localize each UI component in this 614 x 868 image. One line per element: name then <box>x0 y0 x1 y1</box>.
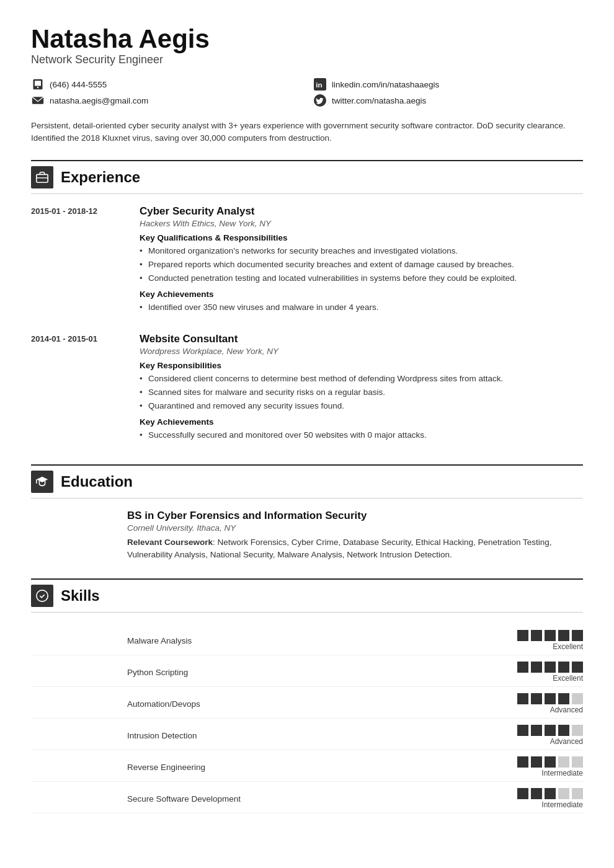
phone-text: (646) 444-5555 <box>50 80 107 89</box>
skill-dot-filled <box>517 630 528 641</box>
list-item: Prepared reports which documented securi… <box>140 259 583 271</box>
skills-title: Skills <box>61 587 100 604</box>
linkedin-text: linkedin.com/in/natashaaegis <box>332 80 439 89</box>
job-1-qualifications: Monitored organization's networks for se… <box>140 245 583 285</box>
skill-level-label: Intermediate <box>541 800 583 809</box>
list-item: Monitored organization's networks for se… <box>140 245 583 257</box>
skill-dot-filled <box>531 725 542 736</box>
skill-dot-filled <box>531 756 542 768</box>
skill-row: Reverse EngineeringIntermediate <box>31 750 583 782</box>
skill-rating-block: Advanced <box>517 693 583 714</box>
skill-dot-filled <box>572 630 583 641</box>
list-item: Identified over 350 new viruses and malw… <box>140 301 583 314</box>
experience-section: Experience 2015-01 - 2018-12 Cyber Secur… <box>31 160 583 447</box>
skill-level-label: Excellent <box>553 642 583 651</box>
skill-row: Secure Software DevelopmentIntermediate <box>31 782 583 813</box>
skill-dot-filled <box>545 788 556 799</box>
skills-icon <box>31 585 53 607</box>
job-1-dates: 2015-01 - 2018-12 <box>31 205 127 319</box>
skill-row: Python ScriptingExcellent <box>31 655 583 687</box>
list-item: Scanned sites for malware and security r… <box>140 386 583 399</box>
skill-dot-filled <box>545 725 556 736</box>
skill-name: Intrusion Detection <box>127 731 517 740</box>
skill-name: Secure Software Development <box>127 794 517 804</box>
skill-dot-filled <box>531 662 542 673</box>
experience-header: Experience <box>31 160 583 194</box>
job-2-company: Wordpress Workplace, New York, NY <box>140 347 583 356</box>
skill-name: Malware Analysis <box>127 636 517 645</box>
skill-dots <box>517 788 583 799</box>
job-2: 2014-01 - 2015-01 Website Consultant Wor… <box>31 333 583 447</box>
twitter-text: twitter.com/natasha.aegis <box>332 96 426 105</box>
job-1-achieve-heading: Key Achievements <box>140 290 583 299</box>
skill-dot-filled <box>558 630 569 641</box>
job-1-company: Hackers With Ethics, New York, NY <box>140 219 583 228</box>
job-1-details: Cyber Security Analyst Hackers With Ethi… <box>140 205 583 319</box>
coursework-label: Relevant Coursework <box>127 538 213 547</box>
job-1-achievements: Identified over 350 new viruses and malw… <box>140 301 583 314</box>
contact-twitter: twitter.com/natasha.aegis <box>313 94 583 107</box>
education-section: Education BS in Cyber Forensics and Info… <box>31 464 583 562</box>
job-2-dates: 2014-01 - 2015-01 <box>31 333 127 447</box>
skill-dot-filled <box>531 630 542 641</box>
linkedin-icon: in <box>313 78 327 91</box>
skills-list: Malware AnalysisExcellentPython Scriptin… <box>31 624 583 813</box>
candidate-name: Natasha Aegis <box>31 25 583 53</box>
job-2-title: Website Consultant <box>140 333 583 345</box>
skill-name: Python Scripting <box>127 668 517 677</box>
skill-dot-empty <box>558 788 569 799</box>
contact-section: (646) 444-5555 in linkedin.com/in/natash… <box>31 78 583 107</box>
skill-dot-filled <box>517 662 528 673</box>
skill-dot-filled <box>545 693 556 704</box>
degree-title: BS in Cyber Forensics and Information Se… <box>127 510 583 522</box>
experience-title: Experience <box>61 169 140 186</box>
skill-dot-filled <box>572 662 583 673</box>
skill-dot-empty <box>572 693 583 704</box>
skill-dot-filled <box>545 630 556 641</box>
summary-text: Persistent, detail-oriented cyber securi… <box>31 120 583 145</box>
skill-rating-block: Intermediate <box>517 788 583 809</box>
email-icon <box>31 94 45 107</box>
list-item: Quarantined and removed any security iss… <box>140 400 583 412</box>
skill-dot-empty <box>572 756 583 768</box>
experience-icon <box>31 166 53 188</box>
svg-rect-1 <box>35 81 41 86</box>
job-2-details: Website Consultant Wordpress Workplace, … <box>140 333 583 447</box>
skill-name: Automation/Devops <box>127 699 517 709</box>
skill-name: Reverse Engineering <box>127 763 517 772</box>
skill-dots <box>517 630 583 641</box>
list-item: Successfully secured and monitored over … <box>140 429 583 441</box>
skill-dot-filled <box>531 693 542 704</box>
skill-dots <box>517 756 583 768</box>
skill-dot-filled <box>517 756 528 768</box>
skills-header: Skills <box>31 578 583 613</box>
school-name: Cornell University. Ithaca, NY <box>127 523 583 533</box>
job-1-title: Cyber Security Analyst <box>140 205 583 218</box>
skill-level-label: Advanced <box>550 737 583 746</box>
skill-row: Malware AnalysisExcellent <box>31 624 583 655</box>
svg-rect-7 <box>37 174 48 182</box>
job-1-qual-heading: Key Qualifications & Responsibilities <box>140 233 583 242</box>
skill-rating-block: Intermediate <box>517 756 583 777</box>
skill-row: Intrusion DetectionAdvanced <box>31 719 583 750</box>
job-2-responsibilities: Considered client concerns to determine … <box>140 373 583 413</box>
skill-dot-filled <box>558 693 569 704</box>
candidate-title: Network Security Engineer <box>31 53 583 66</box>
list-item: Conducted penetration testing and locate… <box>140 272 583 285</box>
skill-rating-block: Excellent <box>517 630 583 651</box>
list-item: Considered client concerns to determine … <box>140 373 583 385</box>
svg-text:in: in <box>316 81 322 89</box>
skill-dots <box>517 693 583 704</box>
education-header: Education <box>31 464 583 498</box>
skill-dot-filled <box>517 788 528 799</box>
job-2-achieve-heading: Key Achievements <box>140 417 583 427</box>
skill-level-label: Advanced <box>550 706 583 714</box>
contact-linkedin: in linkedin.com/in/natashaaegis <box>313 78 583 91</box>
skill-level-label: Intermediate <box>541 769 583 777</box>
contact-phone: (646) 444-5555 <box>31 78 301 91</box>
education-title: Education <box>61 473 133 490</box>
skill-dot-filled <box>545 756 556 768</box>
skill-dot-filled <box>531 788 542 799</box>
skill-dot-filled <box>545 662 556 673</box>
skill-dot-empty <box>572 725 583 736</box>
